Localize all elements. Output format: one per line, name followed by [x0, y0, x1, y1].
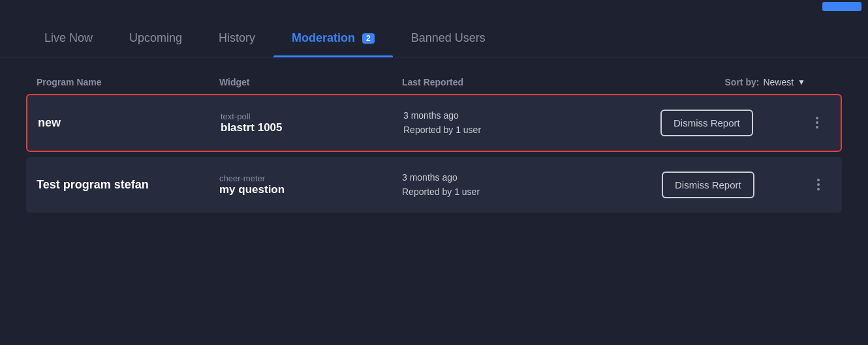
three-dots-icon [817, 179, 820, 190]
sort-arrow-icon[interactable]: ▼ [798, 78, 805, 87]
program-name: Test program stefan [37, 178, 219, 192]
reported-time: 3 months ago [402, 170, 662, 185]
sort-label: Sort by: [725, 77, 760, 87]
dismiss-report-button[interactable]: Dismiss Report [662, 172, 754, 198]
three-dots-icon [816, 117, 818, 128]
reported-by: Reported by 1 user [402, 185, 662, 199]
widget-type: text-poll [221, 112, 403, 121]
table-row: Test program stefan cheer-meter my quest… [26, 157, 842, 213]
widget-cell: cheer-meter my question [219, 173, 402, 196]
reported-by: Reported by 1 user [403, 123, 660, 137]
table-container: Program Name Widget Last Reported Sort b… [0, 57, 868, 231]
widget-name: blastrt 1005 [221, 121, 403, 134]
nav-tabs: Live Now Upcoming History Moderation 2 B… [0, 13, 868, 57]
more-options-button[interactable] [805, 176, 831, 193]
tab-history[interactable]: History [200, 13, 273, 57]
top-bar-button[interactable] [822, 2, 861, 11]
dismiss-report-button[interactable]: Dismiss Report [660, 110, 753, 136]
tab-moderation[interactable]: Moderation 2 [273, 13, 393, 57]
reported-cell: 3 months ago Reported by 1 user [402, 170, 662, 200]
reported-cell: 3 months ago Reported by 1 user [403, 108, 660, 138]
widget-name: my question [219, 183, 402, 196]
dismiss-button-container: Dismiss Report [662, 172, 805, 198]
tab-upcoming[interactable]: Upcoming [111, 13, 200, 57]
more-options-button[interactable] [804, 114, 830, 131]
reported-time: 3 months ago [403, 108, 660, 123]
moderation-badge: 2 [362, 33, 375, 44]
sort-value: Newest [763, 77, 794, 87]
tab-banned-users[interactable]: Banned Users [393, 13, 504, 57]
sort-control[interactable]: Sort by: Newest ▼ [662, 77, 805, 87]
table-header: Program Name Widget Last Reported Sort b… [26, 70, 842, 94]
table-row: new text-poll blastrt 1005 3 months ago … [26, 94, 842, 152]
widget-cell: text-poll blastrt 1005 [221, 112, 403, 134]
program-name: new [38, 116, 221, 130]
col-last-reported: Last Reported [402, 77, 662, 87]
dismiss-button-container: Dismiss Report [660, 110, 804, 136]
col-widget: Widget [219, 77, 402, 87]
widget-type: cheer-meter [219, 173, 402, 183]
col-program-name: Program Name [37, 77, 219, 87]
tab-live-now[interactable]: Live Now [26, 13, 111, 57]
